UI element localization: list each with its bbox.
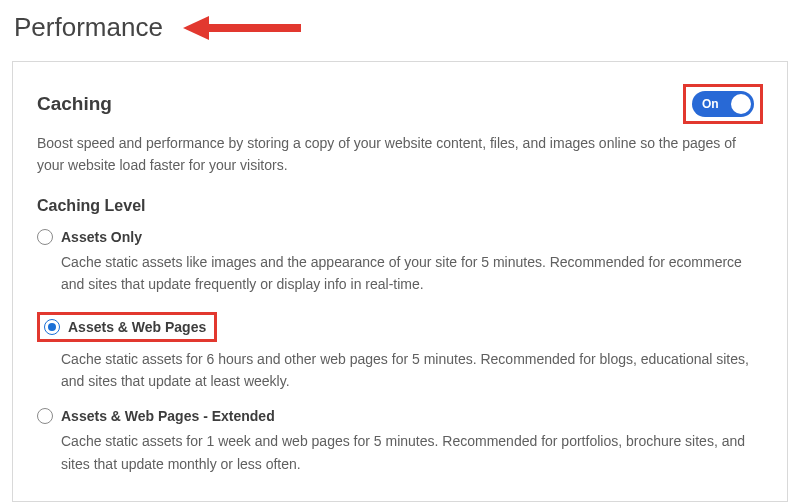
option-assets-web-pages-extended: Assets & Web Pages - Extended Cache stat… (37, 408, 763, 475)
annotation-highlight-selected: Assets & Web Pages (37, 312, 217, 342)
annotation-highlight-toggle: On (683, 84, 763, 124)
radio-assets-web-pages-extended[interactable] (37, 408, 53, 424)
toggle-knob-icon (731, 94, 751, 114)
caching-level-title: Caching Level (37, 197, 763, 215)
annotation-arrow-icon (183, 16, 303, 40)
option-desc: Cache static assets for 1 week and web p… (37, 430, 763, 475)
caching-toggle[interactable]: On (692, 91, 754, 117)
caching-title: Caching (37, 93, 112, 115)
radio-assets-web-pages[interactable] (44, 319, 60, 335)
option-desc: Cache static assets like images and the … (37, 251, 763, 296)
option-assets-only: Assets Only Cache static assets like ima… (37, 229, 763, 296)
option-desc: Cache static assets for 6 hours and othe… (37, 348, 763, 393)
caching-description: Boost speed and performance by storing a… (37, 132, 763, 177)
page-title: Performance (14, 12, 163, 43)
option-label: Assets Only (61, 229, 142, 245)
option-label: Assets & Web Pages (68, 319, 206, 335)
svg-marker-1 (183, 16, 209, 40)
toggle-label: On (702, 97, 719, 111)
radio-assets-only[interactable] (37, 229, 53, 245)
caching-panel: Caching On Boost speed and performance b… (12, 61, 788, 502)
option-assets-web-pages: Assets & Web Pages Cache static assets f… (37, 312, 763, 393)
option-label: Assets & Web Pages - Extended (61, 408, 275, 424)
